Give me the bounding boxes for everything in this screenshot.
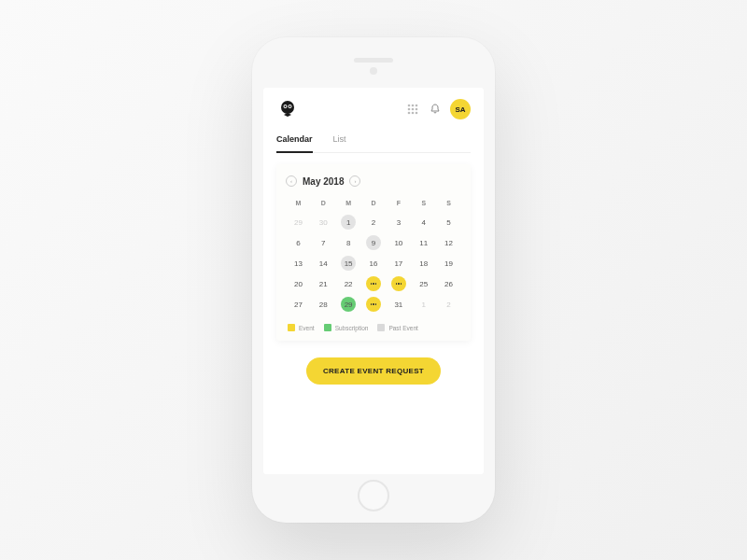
- month-nav: ‹ May 2018 ›: [286, 175, 461, 187]
- avatar-initials: SA: [455, 105, 465, 114]
- day-cell[interactable]: 2: [361, 212, 387, 232]
- weekday-label: D: [361, 196, 387, 212]
- day-cell[interactable]: [361, 273, 387, 294]
- svg-point-7: [416, 105, 418, 107]
- home-button[interactable]: [358, 480, 389, 511]
- day-cell[interactable]: 21: [311, 273, 336, 294]
- day-cell[interactable]: 9: [361, 232, 387, 253]
- day-cell[interactable]: 27: [286, 294, 311, 315]
- calendar-card: ‹ May 2018 › MDMDFSS 2930123456789101112…: [276, 164, 471, 341]
- grid-icon[interactable]: [405, 102, 420, 117]
- day-cell[interactable]: [361, 294, 387, 315]
- svg-point-8: [408, 108, 411, 111]
- svg-point-4: [289, 105, 291, 107]
- topbar-actions: SA: [405, 99, 471, 119]
- weekday-label: M: [336, 196, 361, 212]
- day-cell[interactable]: 7: [311, 232, 336, 253]
- month-label: May 2018: [303, 176, 344, 187]
- day-cell[interactable]: 29: [286, 212, 311, 232]
- day-cell[interactable]: 18: [411, 253, 436, 273]
- app-logo-icon: [276, 98, 299, 120]
- day-cell[interactable]: 19: [436, 253, 461, 273]
- day-cell[interactable]: 10: [386, 232, 411, 253]
- weekday-label: F: [386, 196, 411, 212]
- day-cell[interactable]: 29: [336, 294, 361, 315]
- svg-point-12: [412, 112, 415, 115]
- day-cell[interactable]: 12: [436, 232, 461, 253]
- day-cell[interactable]: 3: [386, 212, 411, 232]
- weekday-label: D: [311, 196, 336, 212]
- day-cell[interactable]: 17: [386, 253, 411, 273]
- day-cell[interactable]: 6: [286, 232, 311, 253]
- next-month-button[interactable]: ›: [349, 175, 360, 187]
- day-cell[interactable]: 1: [336, 212, 361, 232]
- legend-event: Event: [288, 324, 315, 331]
- day-cell[interactable]: 14: [311, 253, 336, 273]
- tabs: Calendar List: [276, 134, 471, 153]
- weekday-label: S: [411, 196, 436, 212]
- svg-point-9: [412, 108, 415, 111]
- day-cell[interactable]: 30: [311, 212, 336, 232]
- day-cell[interactable]: 26: [436, 273, 461, 294]
- create-event-button[interactable]: CREATE EVENT REQUEST: [306, 357, 441, 385]
- topbar: SA: [276, 97, 471, 121]
- day-cell[interactable]: [386, 273, 411, 294]
- tab-calendar[interactable]: Calendar: [276, 134, 313, 153]
- days-grid: 2930123456789101112131415161718192021222…: [286, 212, 461, 315]
- bell-icon[interactable]: [428, 102, 443, 117]
- avatar[interactable]: SA: [450, 99, 471, 119]
- prev-month-button[interactable]: ‹: [286, 175, 297, 187]
- day-cell[interactable]: 15: [336, 253, 361, 273]
- day-cell[interactable]: 25: [411, 273, 436, 294]
- svg-point-3: [285, 105, 287, 107]
- day-cell[interactable]: 20: [286, 273, 311, 294]
- svg-point-5: [408, 105, 411, 107]
- legend-subscription: Subscription: [324, 324, 369, 331]
- svg-point-13: [416, 112, 418, 115]
- legend-past: Past Event: [377, 324, 417, 331]
- day-cell[interactable]: 28: [311, 294, 336, 315]
- day-cell[interactable]: 31: [386, 294, 411, 315]
- weekday-label: S: [436, 196, 461, 212]
- svg-point-0: [281, 101, 294, 114]
- screen: SA Calendar List ‹ May 2018 › MDMDFSS 29…: [263, 88, 484, 474]
- tab-list[interactable]: List: [333, 134, 346, 152]
- weekday-row: MDMDFSS: [286, 196, 461, 212]
- day-cell[interactable]: 8: [336, 232, 361, 253]
- day-cell[interactable]: 22: [336, 273, 361, 294]
- day-cell[interactable]: 2: [436, 294, 461, 315]
- phone-frame: SA Calendar List ‹ May 2018 › MDMDFSS 29…: [252, 37, 495, 523]
- legend: Event Subscription Past Event: [286, 324, 461, 331]
- weekday-label: M: [286, 196, 311, 212]
- svg-point-10: [416, 108, 418, 111]
- day-cell[interactable]: 11: [411, 232, 436, 253]
- svg-point-6: [412, 105, 415, 107]
- day-cell[interactable]: 5: [436, 212, 461, 232]
- day-cell[interactable]: 16: [361, 253, 387, 273]
- day-cell[interactable]: 13: [286, 253, 311, 273]
- svg-point-11: [408, 112, 411, 115]
- day-cell[interactable]: 4: [411, 212, 436, 232]
- day-cell[interactable]: 1: [411, 294, 436, 315]
